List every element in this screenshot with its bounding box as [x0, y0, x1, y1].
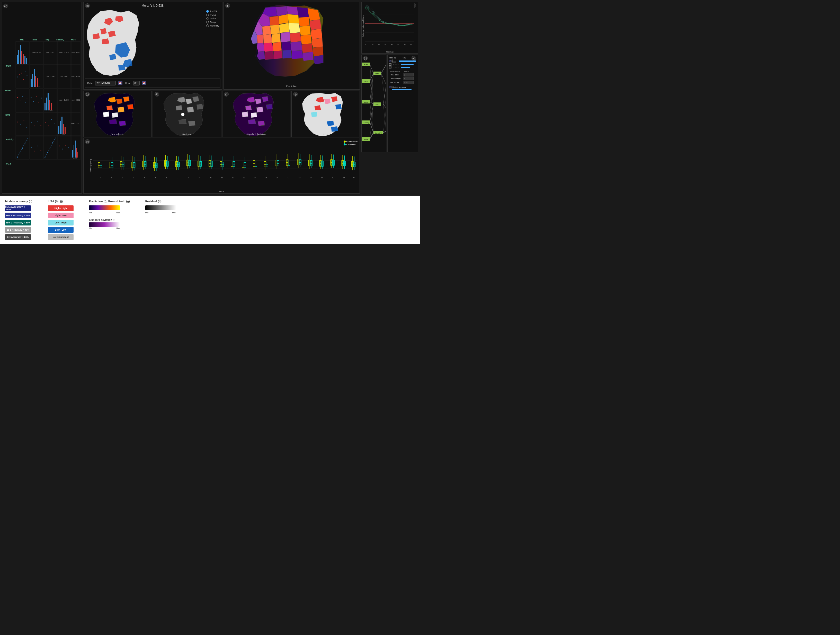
label-24hour: 24 hour [393, 63, 399, 65]
prediction-min-label: Min [89, 212, 92, 214]
svg-text:Humidity: Humidity [363, 122, 369, 124]
radio-temp[interactable]: Temp [206, 21, 219, 24]
svg-point-39 [36, 96, 37, 97]
svg-text:2: 2 [122, 177, 123, 179]
models-accuracy-row[interactable]: ✓ Models accuracy [389, 86, 416, 88]
svg-marker-167 [109, 119, 117, 124]
panel-d-tag: (d) [363, 56, 368, 60]
checkbox-72hour[interactable] [389, 66, 392, 68]
radio-pm25[interactable]: PM2.5 [206, 10, 219, 13]
svg-text:15: 15 [265, 177, 267, 179]
svg-rect-101 [75, 141, 76, 158]
row-label-temp: Temp [5, 114, 10, 116]
svg-marker-137 [263, 34, 272, 44]
radio-pm10[interactable]: PM10 [206, 14, 219, 16]
svg-point-60 [41, 125, 41, 126]
svg-text:Noise: Noise [364, 139, 368, 140]
calendar-icon-date[interactable]: 📅 [118, 81, 122, 85]
radio-circle-pm10[interactable] [206, 14, 209, 16]
svg-point-62 [45, 122, 46, 123]
date-input[interactable] [95, 81, 116, 86]
svg-point-92 [55, 139, 55, 140]
panel-i-label: Standard deviation [247, 133, 266, 136]
legend-box-not-significant: Not significant [48, 234, 74, 240]
svg-text:GRU: GRU [376, 104, 379, 106]
autocorr-chart-svg: 1 0.5 0 -0.5 -1 [365, 3, 414, 47]
svg-point-95 [62, 149, 63, 150]
radio-humidity[interactable]: Humidity [206, 24, 219, 27]
option-72hour[interactable]: 72 hour [389, 66, 416, 68]
legend-box-0: 0 ≤ Accuracy < 20% [5, 234, 31, 240]
label-6hour: 6 hour [393, 59, 397, 63]
panel-e-container: (e) Time lag TAC ✓ 6 hour [387, 55, 418, 152]
svg-marker-187 [251, 112, 257, 117]
svg-point-90 [50, 147, 51, 147]
svg-marker-140 [281, 32, 291, 43]
legend-section: Models accuracy (d) 81% ≤ Accuracy < 100… [0, 196, 420, 244]
svg-text:60: 60 [404, 43, 406, 45]
legend-row-high-high: High - High [48, 206, 74, 211]
option-24hour[interactable]: 24 hour [389, 63, 416, 66]
hour-input[interactable] [133, 81, 140, 86]
radio-circle-noise[interactable] [206, 17, 209, 20]
svg-marker-188 [248, 119, 256, 124]
prediction-gradient-bar [89, 206, 120, 210]
svg-rect-51 [16, 112, 29, 136]
params-section: Parameters Value RNN layer De [389, 70, 416, 84]
middle-top: Moran's I: 0.538 (b) PM2.5 PM10 [83, 2, 360, 90]
svg-text:7: 7 [177, 177, 178, 179]
radio-noise[interactable]: Noise [206, 17, 219, 20]
models-accuracy-label: Models accuracy [393, 86, 406, 88]
radio-circle-pm25[interactable] [206, 10, 209, 13]
prediction-label: Prediction [346, 143, 356, 146]
observation-label: Observation [346, 140, 357, 143]
col-header-temp: Temp [44, 39, 50, 41]
svg-text:PM10: PM10 [364, 81, 368, 82]
legend-lisa: LISA (b), (j) High - High High - Low Low… [48, 200, 74, 240]
calendar-icon-hour[interactable]: 📅 [142, 81, 146, 85]
svg-rect-45 [47, 93, 49, 111]
svg-text:20: 20 [378, 43, 380, 45]
legend-box-low-high: Low - High [48, 220, 74, 225]
residual-gradient-bar [145, 206, 176, 210]
residual-svg [153, 91, 221, 137]
radio-label-humidity: Humidity [210, 24, 219, 27]
checkbox-6hour[interactable]: ✓ [389, 60, 392, 62]
svg-text:23: 23 [353, 177, 355, 179]
svg-point-76 [17, 157, 18, 158]
moran-title: Moran's I: 0.538 [142, 4, 164, 8]
svg-point-57 [32, 122, 32, 123]
corr-humi-pm10: corr: -0.275 [59, 52, 69, 54]
middle-panel: Moran's I: 0.538 (b) PM2.5 PM10 [83, 2, 360, 193]
correlation-matrix-svg: PM10 Noise Temp Humidity PM2.5 PM10 Nois… [3, 8, 81, 197]
svg-marker-136 [257, 35, 264, 44]
svg-point-14 [19, 74, 20, 75]
std-dev-legend-sub: Standard deviation (i) Min Max [89, 219, 130, 230]
radio-circle-humidity[interactable] [206, 24, 209, 27]
radio-circle-temp[interactable] [206, 21, 209, 24]
checkbox-models-accuracy[interactable]: ✓ [389, 86, 392, 88]
svg-text:19: 19 [309, 177, 312, 179]
checkbox-24hour[interactable] [389, 63, 392, 66]
legend-box-low-low: Low - Low [48, 227, 74, 233]
row-label-pm25: PM2.5 [5, 162, 11, 165]
legend-row-41: 41% ≤ Accuracy < 60% [5, 220, 32, 225]
svg-rect-69 [62, 117, 63, 134]
legend-residual: Residual (h) Min Max [145, 200, 176, 214]
svg-point-41 [41, 98, 42, 98]
params-table: Parameters Value RNN layer De [389, 70, 416, 84]
param-input-rnn[interactable] [404, 73, 414, 76]
ground-truth-svg [84, 91, 152, 137]
svg-text:4: 4 [144, 177, 145, 179]
svg-text:18: 18 [298, 177, 301, 179]
svg-rect-47 [51, 103, 52, 111]
corr-temp-noise: corr: 0.288 [46, 75, 55, 77]
radio-group[interactable]: PM2.5 PM10 Noise Temp [206, 10, 219, 27]
param-input-nodes[interactable] [404, 81, 414, 84]
param-input-dense[interactable] [404, 77, 414, 80]
svg-text:temp: temp [49, 110, 53, 111]
autocorr-y-label: Auto-correlation coefficients [362, 15, 364, 37]
panel-h-tag: (h) [155, 92, 159, 97]
svg-text:10: 10 [372, 43, 373, 45]
svg-marker-196 [331, 127, 338, 131]
